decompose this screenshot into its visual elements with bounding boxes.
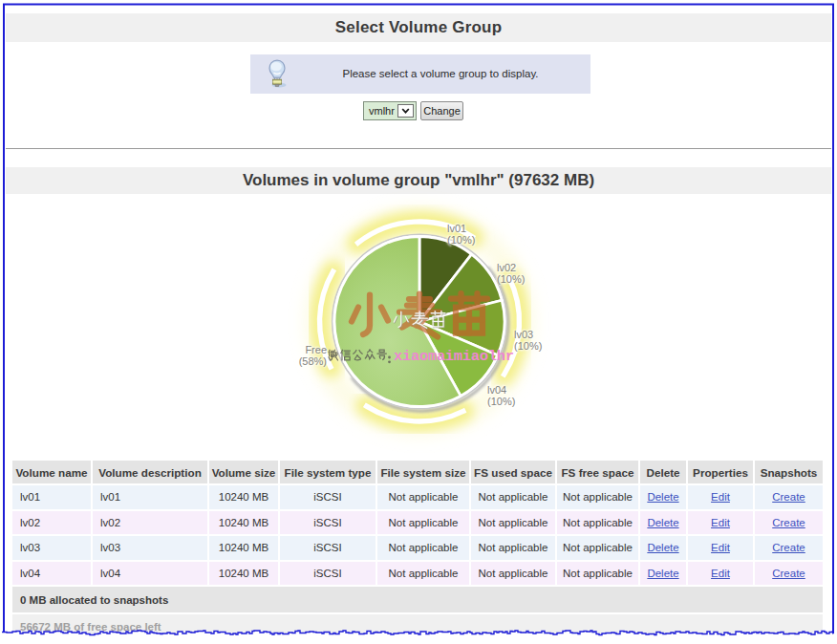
svg-text:xiaomaimiaolhr: xiaomaimiaolhr (394, 348, 514, 365)
